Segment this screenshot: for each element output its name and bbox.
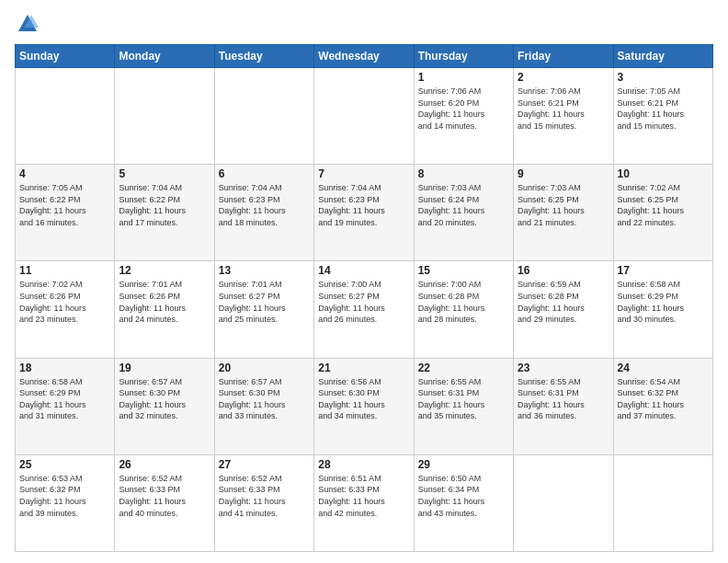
day-number: 28	[318, 458, 409, 471]
calendar-cell	[514, 454, 613, 551]
calendar-cell: 23Sunrise: 6:55 AM Sunset: 6:31 PM Dayli…	[514, 358, 613, 454]
day-info: Sunrise: 6:59 AM Sunset: 6:28 PM Dayligh…	[518, 279, 609, 325]
calendar-cell: 17Sunrise: 6:58 AM Sunset: 6:29 PM Dayli…	[613, 261, 712, 358]
day-info: Sunrise: 7:06 AM Sunset: 6:21 PM Dayligh…	[518, 86, 609, 132]
calendar-cell	[314, 68, 414, 165]
day-info: Sunrise: 6:58 AM Sunset: 6:29 PM Dayligh…	[19, 376, 110, 422]
day-number: 2	[518, 71, 609, 84]
weekday-header: Friday	[514, 45, 613, 68]
day-number: 6	[219, 167, 310, 180]
day-info: Sunrise: 6:54 AM Sunset: 6:32 PM Dayligh…	[618, 376, 709, 422]
day-info: Sunrise: 7:02 AM Sunset: 6:25 PM Dayligh…	[618, 182, 709, 228]
day-number: 22	[418, 362, 509, 374]
calendar-cell: 26Sunrise: 6:52 AM Sunset: 6:33 PM Dayli…	[115, 454, 214, 551]
day-number: 23	[518, 362, 609, 374]
weekday-header: Saturday	[613, 45, 712, 68]
day-info: Sunrise: 6:57 AM Sunset: 6:30 PM Dayligh…	[219, 376, 310, 422]
day-number: 26	[119, 458, 210, 471]
calendar-cell: 22Sunrise: 6:55 AM Sunset: 6:31 PM Dayli…	[414, 358, 513, 454]
day-info: Sunrise: 7:01 AM Sunset: 6:26 PM Dayligh…	[119, 279, 210, 325]
day-info: Sunrise: 7:01 AM Sunset: 6:27 PM Dayligh…	[219, 279, 310, 325]
day-number: 14	[318, 264, 409, 277]
weekday-header: Tuesday	[214, 45, 313, 68]
day-number: 1	[418, 71, 509, 84]
day-info: Sunrise: 7:05 AM Sunset: 6:21 PM Dayligh…	[618, 86, 709, 132]
weekday-header: Thursday	[414, 45, 513, 68]
page: SundayMondayTuesdayWednesdayThursdayFrid…	[0, 0, 728, 563]
day-number: 9	[518, 167, 609, 180]
day-info: Sunrise: 6:56 AM Sunset: 6:30 PM Dayligh…	[318, 376, 409, 422]
day-number: 5	[119, 167, 210, 180]
weekday-header: Sunday	[16, 45, 115, 68]
day-info: Sunrise: 6:53 AM Sunset: 6:32 PM Dayligh…	[19, 473, 110, 519]
calendar-week-row: 18Sunrise: 6:58 AM Sunset: 6:29 PM Dayli…	[16, 358, 713, 454]
logo-icon	[15, 11, 40, 37]
calendar-cell: 1Sunrise: 7:06 AM Sunset: 6:20 PM Daylig…	[414, 68, 513, 165]
day-info: Sunrise: 6:55 AM Sunset: 6:31 PM Dayligh…	[518, 376, 609, 422]
day-number: 4	[19, 167, 110, 180]
calendar-cell: 14Sunrise: 7:00 AM Sunset: 6:27 PM Dayli…	[314, 261, 414, 358]
day-info: Sunrise: 7:03 AM Sunset: 6:24 PM Dayligh…	[418, 182, 509, 228]
day-info: Sunrise: 6:52 AM Sunset: 6:33 PM Dayligh…	[119, 473, 210, 519]
day-number: 8	[418, 167, 509, 180]
day-number: 25	[19, 458, 110, 471]
day-info: Sunrise: 7:04 AM Sunset: 6:22 PM Dayligh…	[119, 182, 210, 228]
calendar-cell: 20Sunrise: 6:57 AM Sunset: 6:30 PM Dayli…	[214, 358, 313, 454]
calendar-cell: 27Sunrise: 6:52 AM Sunset: 6:33 PM Dayli…	[214, 454, 313, 551]
day-number: 20	[219, 362, 310, 374]
day-info: Sunrise: 7:02 AM Sunset: 6:26 PM Dayligh…	[19, 279, 110, 325]
day-number: 19	[119, 362, 210, 374]
calendar-cell: 10Sunrise: 7:02 AM Sunset: 6:25 PM Dayli…	[613, 165, 712, 261]
day-info: Sunrise: 6:52 AM Sunset: 6:33 PM Dayligh…	[219, 473, 310, 519]
calendar-cell: 3Sunrise: 7:05 AM Sunset: 6:21 PM Daylig…	[613, 68, 712, 165]
day-number: 17	[618, 264, 709, 277]
calendar-cell: 7Sunrise: 7:04 AM Sunset: 6:23 PM Daylig…	[314, 165, 414, 261]
day-info: Sunrise: 7:06 AM Sunset: 6:20 PM Dayligh…	[418, 86, 509, 132]
day-info: Sunrise: 7:03 AM Sunset: 6:25 PM Dayligh…	[518, 182, 609, 228]
weekday-header: Wednesday	[314, 45, 414, 68]
day-number: 27	[219, 458, 310, 471]
weekday-header: Monday	[115, 45, 214, 68]
calendar-cell: 12Sunrise: 7:01 AM Sunset: 6:26 PM Dayli…	[115, 261, 214, 358]
day-info: Sunrise: 6:57 AM Sunset: 6:30 PM Dayligh…	[119, 376, 210, 422]
day-info: Sunrise: 6:55 AM Sunset: 6:31 PM Dayligh…	[418, 376, 509, 422]
day-info: Sunrise: 7:04 AM Sunset: 6:23 PM Dayligh…	[318, 182, 409, 228]
weekday-header-row: SundayMondayTuesdayWednesdayThursdayFrid…	[16, 45, 713, 68]
day-number: 24	[618, 362, 709, 374]
calendar-cell: 21Sunrise: 6:56 AM Sunset: 6:30 PM Dayli…	[314, 358, 414, 454]
calendar-cell	[214, 68, 313, 165]
calendar-cell: 13Sunrise: 7:01 AM Sunset: 6:27 PM Dayli…	[214, 261, 313, 358]
calendar-table: SundayMondayTuesdayWednesdayThursdayFrid…	[15, 44, 713, 552]
calendar-cell: 16Sunrise: 6:59 AM Sunset: 6:28 PM Dayli…	[514, 261, 613, 358]
day-number: 10	[618, 167, 709, 180]
day-number: 7	[318, 167, 409, 180]
header	[15, 11, 713, 37]
calendar-week-row: 4Sunrise: 7:05 AM Sunset: 6:22 PM Daylig…	[16, 165, 713, 261]
calendar-cell: 11Sunrise: 7:02 AM Sunset: 6:26 PM Dayli…	[16, 261, 115, 358]
day-number: 16	[518, 264, 609, 277]
calendar-cell	[16, 68, 115, 165]
calendar-cell: 19Sunrise: 6:57 AM Sunset: 6:30 PM Dayli…	[115, 358, 214, 454]
day-number: 13	[219, 264, 310, 277]
day-info: Sunrise: 6:58 AM Sunset: 6:29 PM Dayligh…	[618, 279, 709, 325]
calendar-cell: 24Sunrise: 6:54 AM Sunset: 6:32 PM Dayli…	[613, 358, 712, 454]
day-number: 15	[418, 264, 509, 277]
day-number: 18	[19, 362, 110, 374]
day-info: Sunrise: 7:00 AM Sunset: 6:27 PM Dayligh…	[318, 279, 409, 325]
calendar-cell: 5Sunrise: 7:04 AM Sunset: 6:22 PM Daylig…	[115, 165, 214, 261]
calendar-week-row: 25Sunrise: 6:53 AM Sunset: 6:32 PM Dayli…	[16, 454, 713, 551]
day-number: 11	[19, 264, 110, 277]
day-number: 21	[318, 362, 409, 374]
calendar-cell	[115, 68, 214, 165]
calendar-cell: 4Sunrise: 7:05 AM Sunset: 6:22 PM Daylig…	[16, 165, 115, 261]
calendar-week-row: 1Sunrise: 7:06 AM Sunset: 6:20 PM Daylig…	[16, 68, 713, 165]
calendar-cell	[613, 454, 712, 551]
day-number: 29	[418, 458, 509, 471]
day-info: Sunrise: 7:05 AM Sunset: 6:22 PM Dayligh…	[19, 182, 110, 228]
logo	[15, 11, 44, 37]
day-info: Sunrise: 7:04 AM Sunset: 6:23 PM Dayligh…	[219, 182, 310, 228]
day-number: 12	[119, 264, 210, 277]
day-info: Sunrise: 7:00 AM Sunset: 6:28 PM Dayligh…	[418, 279, 509, 325]
calendar-cell: 9Sunrise: 7:03 AM Sunset: 6:25 PM Daylig…	[514, 165, 613, 261]
calendar-cell: 28Sunrise: 6:51 AM Sunset: 6:33 PM Dayli…	[314, 454, 414, 551]
